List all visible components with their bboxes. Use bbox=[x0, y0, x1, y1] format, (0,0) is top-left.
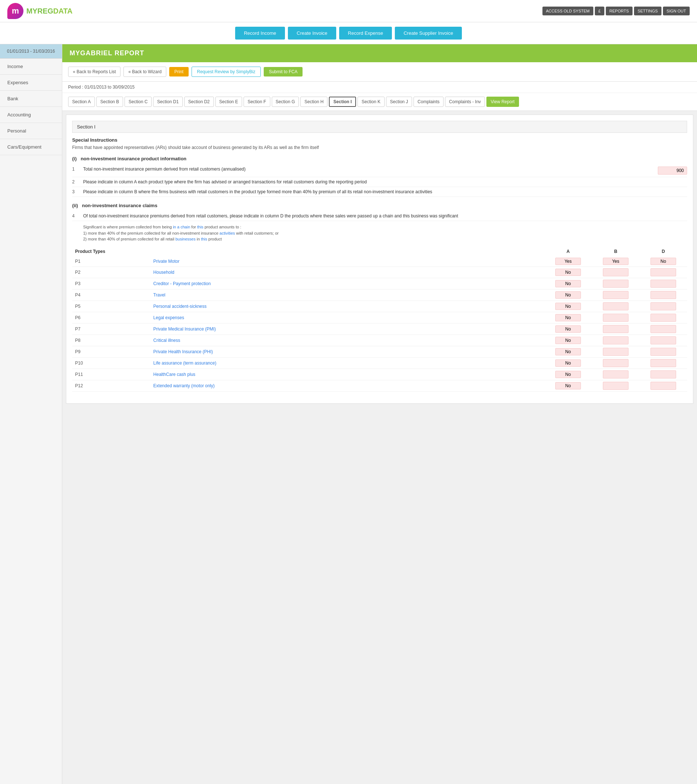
row-3-num: 3 bbox=[72, 189, 79, 194]
settings-button[interactable]: SETTINGS bbox=[634, 7, 661, 15]
chain-note-line3: 2) more than 40% of premium collected fo… bbox=[83, 236, 687, 242]
col-a-input[interactable] bbox=[555, 314, 581, 321]
col-d-cell bbox=[639, 278, 687, 289]
table-row: P3Creditor - Payment protection bbox=[72, 278, 687, 289]
top-navigation: m MYREGDATA ACCESS OLD SYSTEM £ REPORTS … bbox=[0, 0, 697, 22]
row-1-text: Total non-investment insurance permium d… bbox=[83, 166, 654, 172]
product-code: P10 bbox=[72, 357, 150, 369]
period-value: 01/01/2013 to 30/09/2015 bbox=[84, 84, 135, 90]
col-d-empty bbox=[651, 371, 676, 379]
col-a-input[interactable] bbox=[555, 337, 581, 344]
back-to-wizard-button[interactable]: « Back to Wizard bbox=[124, 67, 166, 77]
tab-section-a[interactable]: Section A bbox=[68, 97, 95, 107]
logo-text: MYREGDATA bbox=[26, 7, 73, 15]
col-b-empty bbox=[603, 382, 629, 390]
col-a-input[interactable] bbox=[555, 303, 581, 310]
col-b-cell bbox=[592, 278, 639, 289]
col-a-input[interactable] bbox=[555, 325, 581, 333]
tab-section-d2[interactable]: Section D2 bbox=[184, 97, 214, 107]
table-row: P8Critical illness bbox=[72, 334, 687, 346]
col-d-cell bbox=[639, 289, 687, 300]
section-tabs: Section A Section B Section C Section D1… bbox=[62, 93, 697, 111]
col-a-cell bbox=[544, 300, 592, 312]
tab-section-g[interactable]: Section G bbox=[272, 97, 299, 107]
col-a-input[interactable] bbox=[555, 268, 581, 276]
col-a-cell bbox=[544, 312, 592, 323]
product-name: Personal accident-sickness bbox=[150, 300, 544, 312]
col-b-cell bbox=[592, 267, 639, 278]
sidebar-item-cars[interactable]: Cars/Equipment bbox=[0, 139, 62, 155]
product-code: P6 bbox=[72, 312, 150, 323]
tab-section-i[interactable]: Section I bbox=[329, 97, 356, 107]
row-1-input[interactable] bbox=[658, 166, 687, 175]
col-a-input[interactable] bbox=[555, 359, 581, 367]
tab-section-h[interactable]: Section H bbox=[301, 97, 327, 107]
col-a-input[interactable] bbox=[555, 382, 581, 389]
record-expense-button[interactable]: Record Expense bbox=[339, 27, 392, 40]
col-a-cell bbox=[544, 346, 592, 357]
tab-complaints[interactable]: Complaints bbox=[413, 97, 444, 107]
sign-out-button[interactable]: SIGN OUT bbox=[663, 7, 690, 15]
subsection-ii-label: (ii) bbox=[72, 203, 78, 208]
product-name: Travel bbox=[150, 289, 544, 300]
col-a-cell bbox=[544, 357, 592, 369]
table-row: P2Household bbox=[72, 267, 687, 278]
row-1: 1 Total non-investment insurance permium… bbox=[72, 164, 687, 177]
col-b-empty bbox=[603, 302, 629, 310]
date-range: 01/01/2013 - 31/03/2016 bbox=[0, 44, 62, 59]
col-b-empty bbox=[603, 336, 629, 344]
currency-button[interactable]: £ bbox=[595, 7, 605, 15]
col-b-input[interactable] bbox=[603, 258, 629, 265]
col-d-input[interactable] bbox=[651, 258, 676, 265]
reports-button[interactable]: REPORTS bbox=[606, 7, 633, 15]
print-button[interactable]: Print bbox=[169, 67, 188, 76]
logo-part1: MYREG bbox=[26, 7, 53, 15]
col-d-empty bbox=[651, 302, 676, 310]
request-review-button[interactable]: Request Review by SimplyBiz bbox=[192, 67, 261, 77]
tab-complaints-inv[interactable]: Complaints - Inv bbox=[445, 97, 485, 107]
create-invoice-button[interactable]: Create Invoice bbox=[288, 27, 336, 40]
row-4: 4 Of total non-investment insurance prem… bbox=[72, 211, 687, 221]
submit-fca-button[interactable]: Submit to FCA bbox=[264, 67, 302, 76]
section-i-title: Section I bbox=[72, 121, 687, 133]
product-table: Product Types A B D P1Private MotorP2Hou… bbox=[72, 247, 687, 392]
col-a-input[interactable] bbox=[555, 371, 581, 378]
tab-section-d1[interactable]: Section D1 bbox=[153, 97, 183, 107]
tab-section-f[interactable]: Section F bbox=[244, 97, 270, 107]
view-report-button[interactable]: View Report bbox=[486, 97, 519, 107]
product-code: P8 bbox=[72, 334, 150, 346]
tab-section-b[interactable]: Section B bbox=[96, 97, 123, 107]
sidebar-item-personal[interactable]: Personal bbox=[0, 123, 62, 139]
sidebar-item-expenses[interactable]: Expenses bbox=[0, 75, 62, 91]
special-instructions-heading: Special Instructions bbox=[72, 137, 687, 143]
col-a-input[interactable] bbox=[555, 348, 581, 356]
col-b-empty bbox=[603, 314, 629, 322]
product-name: Life assurance (term assurance) bbox=[150, 357, 544, 369]
table-row: P7Private Medical Insurance (PMI) bbox=[72, 323, 687, 334]
col-d-empty bbox=[651, 291, 676, 299]
tab-section-c[interactable]: Section C bbox=[124, 97, 152, 107]
sidebar-item-bank[interactable]: Bank bbox=[0, 91, 62, 107]
back-to-reports-button[interactable]: « Back to Reports List bbox=[68, 67, 121, 77]
create-supplier-invoice-button[interactable]: Create Supplier Invoice bbox=[395, 27, 462, 40]
col-d-empty bbox=[651, 280, 676, 288]
col-a-input[interactable] bbox=[555, 292, 581, 299]
col-a-input[interactable] bbox=[555, 280, 581, 287]
row-2: 2 Please indicate in column A each produ… bbox=[72, 177, 687, 187]
col-d-cell bbox=[639, 267, 687, 278]
col-b-cell bbox=[592, 369, 639, 380]
product-code: P12 bbox=[72, 380, 150, 391]
col-d-cell bbox=[639, 357, 687, 369]
sidebar-item-accounting[interactable]: Accounting bbox=[0, 107, 62, 123]
sidebar-item-income[interactable]: Income bbox=[0, 59, 62, 75]
col-b-cell bbox=[592, 289, 639, 300]
tab-section-j[interactable]: Section J bbox=[386, 97, 412, 107]
subsection-ii: (ii) non-investment insurance claims 4 O… bbox=[72, 203, 687, 392]
col-b-cell bbox=[592, 323, 639, 334]
tab-section-k[interactable]: Section K bbox=[357, 97, 384, 107]
record-income-button[interactable]: Record Income bbox=[235, 27, 285, 40]
tab-section-e[interactable]: Section E bbox=[215, 97, 242, 107]
access-old-system-button[interactable]: ACCESS OLD SYSTEM bbox=[542, 7, 593, 15]
col-a-input[interactable] bbox=[555, 258, 581, 265]
col-a-cell bbox=[544, 267, 592, 278]
